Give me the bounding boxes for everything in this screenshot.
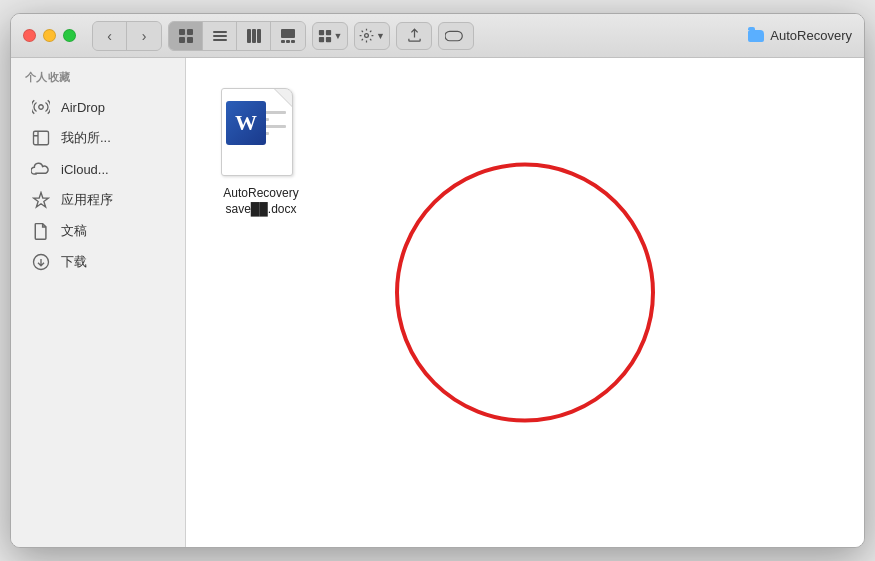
close-button[interactable] [23, 29, 36, 42]
nav-button-group: ‹ › [92, 21, 162, 51]
group-button[interactable]: ▼ [312, 22, 348, 50]
maximize-button[interactable] [63, 29, 76, 42]
svg-rect-19 [445, 31, 462, 40]
svg-rect-0 [179, 29, 185, 35]
content-area: 个人收藏 AirDrop 我的所... iCloud... [11, 58, 864, 547]
sidebar-item-myfiles-label: 我的所... [61, 129, 111, 147]
sidebar-item-apps[interactable]: 应用程序 [17, 185, 179, 215]
svg-rect-15 [325, 29, 330, 34]
airdrop-icon [31, 97, 51, 117]
svg-rect-1 [187, 29, 193, 35]
file-icon: W [221, 88, 301, 178]
forward-button[interactable]: › [127, 22, 161, 50]
svg-rect-6 [213, 39, 227, 41]
sidebar-item-myfiles[interactable]: 我的所... [17, 123, 179, 153]
svg-rect-17 [325, 36, 330, 41]
docs-icon [31, 221, 51, 241]
sidebar-item-airdrop[interactable]: AirDrop [17, 92, 179, 122]
file-item[interactable]: W AutoRecovery save██.docx [206, 88, 316, 217]
svg-rect-3 [187, 37, 193, 43]
sidebar-item-airdrop-label: AirDrop [61, 100, 105, 115]
sidebar: 个人收藏 AirDrop 我的所... iCloud... [11, 58, 186, 547]
svg-rect-9 [257, 29, 261, 43]
word-badge: W [226, 101, 266, 145]
sidebar-item-docs[interactable]: 文稿 [17, 216, 179, 246]
svg-rect-8 [252, 29, 256, 43]
sidebar-item-icloud-label: iCloud... [61, 162, 109, 177]
view-columns-button[interactable] [237, 22, 271, 50]
window-title: AutoRecovery [748, 28, 852, 43]
apps-icon [31, 190, 51, 210]
finder-window: ‹ › ▼ [10, 13, 865, 548]
downloads-icon [31, 252, 51, 272]
svg-rect-11 [281, 40, 285, 43]
svg-point-20 [39, 105, 44, 110]
svg-rect-7 [247, 29, 251, 43]
sidebar-item-downloads[interactable]: 下载 [17, 247, 179, 277]
highlight-circle [395, 162, 655, 422]
sidebar-item-icloud[interactable]: iCloud... [17, 154, 179, 184]
doc-body: W [221, 88, 293, 176]
view-button-group [168, 21, 306, 51]
svg-rect-21 [34, 131, 49, 145]
sidebar-item-apps-label: 应用程序 [61, 191, 113, 209]
sidebar-section-label: 个人收藏 [11, 70, 185, 91]
file-name: AutoRecovery save██.docx [223, 186, 298, 217]
folder-icon [748, 30, 764, 42]
sidebar-item-docs-label: 文稿 [61, 222, 87, 240]
svg-point-18 [365, 34, 369, 38]
svg-rect-16 [318, 36, 323, 41]
titlebar: ‹ › ▼ [11, 14, 864, 58]
svg-rect-4 [213, 31, 227, 33]
action-button[interactable]: ▼ [354, 22, 390, 50]
file-browser: W AutoRecovery save██.docx [186, 58, 864, 547]
svg-rect-13 [291, 40, 295, 43]
traffic-lights [23, 29, 76, 42]
svg-rect-12 [286, 40, 290, 43]
svg-rect-5 [213, 35, 227, 37]
tag-button[interactable] [438, 22, 474, 50]
svg-rect-10 [281, 29, 295, 38]
svg-rect-2 [179, 37, 185, 43]
view-list-button[interactable] [203, 22, 237, 50]
toolbar: ‹ › ▼ [92, 21, 748, 51]
sidebar-item-downloads-label: 下载 [61, 253, 87, 271]
share-button[interactable] [396, 22, 432, 50]
svg-rect-14 [318, 29, 323, 34]
view-gallery-button[interactable] [271, 22, 305, 50]
view-icons-button[interactable] [169, 22, 203, 50]
back-button[interactable]: ‹ [93, 22, 127, 50]
myfiles-icon [31, 128, 51, 148]
icloud-icon [31, 159, 51, 179]
minimize-button[interactable] [43, 29, 56, 42]
